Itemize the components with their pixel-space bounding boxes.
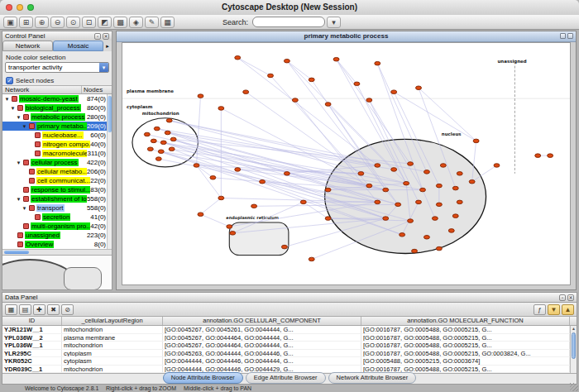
tree-row-mosaic-demo-yeast[interactable]: ▼mosaic-demo-yeast874(0) (2, 94, 107, 103)
graph-node[interactable] (144, 132, 150, 136)
graph-node[interactable] (383, 217, 389, 221)
column-header-annotation-go-molecular-function[interactable]: annotation.GO MOLECULAR_FUNCTION (361, 317, 570, 325)
tree-horizontal-scrollbar[interactable] (2, 249, 112, 255)
trash-icon[interactable]: ⊘ (61, 304, 74, 315)
zoom-selected-icon[interactable]: ⊙ (66, 17, 80, 28)
graph-node[interactable] (423, 170, 429, 174)
graph-node[interactable] (227, 225, 232, 229)
graph-node[interactable] (494, 164, 500, 168)
graph-node[interactable] (457, 172, 462, 176)
column-header-annotation-go-cellular-component[interactable]: annotation.GO CELLULAR_COMPONENT (163, 317, 361, 325)
delete-attribute-icon[interactable]: ✖ (47, 304, 60, 315)
tree-row-metabolic-process[interactable]: ▼metabolic process280(0) (2, 112, 107, 122)
tabs-overflow-icon[interactable]: ▸ (103, 41, 112, 51)
graph-node[interactable] (309, 78, 314, 82)
graph-node[interactable] (416, 86, 422, 90)
graph-node[interactable] (284, 172, 290, 176)
graph-node[interactable] (412, 249, 418, 253)
scroll-up-icon[interactable]: ▲ (571, 326, 577, 331)
graph-node[interactable] (436, 203, 442, 207)
graph-node[interactable] (160, 141, 166, 145)
zoom-out-icon[interactable]: ⊖ (50, 17, 65, 28)
zoom-in-icon[interactable]: ⊕ (35, 17, 49, 28)
tree-row-transport[interactable]: ▼transport558(0) (2, 203, 107, 213)
tree-row-cell-communicat[interactable]: cell communicat...22(0) (2, 176, 107, 185)
tree-row-nucleobase[interactable]: nucleobase...60(0) (2, 131, 107, 140)
graph-node[interactable] (469, 179, 475, 184)
tree-row-unassigned[interactable]: unassigned223(0) (2, 231, 107, 240)
attribute-select-icon[interactable]: ▦ (5, 304, 17, 315)
graph-node[interactable] (535, 154, 541, 158)
graph-node[interactable] (420, 188, 426, 192)
graph-node[interactable] (210, 176, 216, 180)
tab-network[interactable]: Network (2, 41, 53, 51)
graph-node[interactable] (436, 184, 442, 188)
graph-node[interactable] (166, 118, 172, 122)
graph-node[interactable] (408, 219, 414, 223)
search-input[interactable] (252, 17, 325, 27)
column-header-id[interactable]: ID (2, 317, 62, 325)
graph-node[interactable] (366, 184, 372, 188)
expand-icon[interactable]: ▼ (16, 115, 22, 120)
import-network-icon[interactable]: ⊞ (19, 17, 33, 28)
graph-node[interactable] (235, 168, 241, 172)
graph-node[interactable] (243, 90, 249, 94)
graph-node[interactable] (395, 203, 401, 207)
float-panel-icon[interactable]: ▫ (94, 33, 101, 40)
tree-row-multi-organism-pro[interactable]: multi-organism pro...42(0) (2, 222, 107, 231)
graph-node[interactable] (194, 164, 199, 168)
graph-node[interactable] (165, 131, 170, 135)
column-header-cellularlayoutregion[interactable]: _cellularLayoutRegion (62, 317, 163, 325)
select-nodes-checkbox[interactable]: ✓ (6, 77, 13, 84)
search-options-icon[interactable]: ▾ (327, 17, 341, 28)
tree-row-response-to-stimul[interactable]: response to stimul...83(0) (2, 185, 107, 194)
graph-node[interactable] (375, 164, 380, 168)
column-select-icon[interactable]: ▤ (19, 304, 31, 315)
scrollbar-thumb[interactable] (572, 332, 576, 359)
expand-icon[interactable]: ▼ (22, 124, 27, 129)
scrollbar-thumb[interactable] (4, 251, 29, 254)
tree-row-primary-metabo[interactable]: ▼primary metabo...209(0) (2, 122, 107, 131)
minimize-window-button[interactable] (17, 4, 23, 11)
graph-node[interactable] (218, 107, 224, 111)
graph-node[interactable] (268, 74, 274, 78)
layout-icon[interactable]: ▩ (113, 17, 127, 28)
tree-row-establishment-of-lo[interactable]: ▼establishment of lo...558(0) (2, 194, 107, 203)
expand-icon[interactable]: ▼ (4, 97, 10, 102)
nodes-column-header[interactable]: Nodes (82, 86, 112, 93)
table-vertical-scrollbar[interactable]: ▲ (570, 326, 577, 373)
tree-row-cellular-process[interactable]: ▼cellular process422(0) (2, 158, 107, 167)
plugin-manager-icon[interactable]: ◈ (129, 17, 143, 28)
graph-node[interactable] (366, 98, 372, 103)
graph-node[interactable] (230, 232, 236, 236)
table-row[interactable]: YKR052Ccytoplasm[GO:0044444, GO:0044446,… (2, 357, 577, 366)
graph-node[interactable] (457, 200, 462, 204)
graph-node[interactable] (358, 172, 364, 176)
tab-edge-attribute-browser[interactable]: Edge Attribute Browser (246, 372, 326, 384)
scrollbar-thumb[interactable] (108, 96, 112, 132)
graph-node[interactable] (260, 179, 266, 184)
network-view-titlebar[interactable]: primary metabolic process (117, 31, 576, 42)
table-row[interactable]: YPL036W__1mitochondrion[GO:0045267, GO:0… (2, 342, 577, 350)
birdseye-overview[interactable] (2, 255, 112, 289)
graph-node[interactable] (354, 82, 360, 86)
close-panel-icon[interactable]: ✕ (567, 294, 574, 301)
graph-node[interactable] (284, 59, 290, 63)
float-panel-icon[interactable]: ▫ (559, 294, 566, 301)
graph-node[interactable] (448, 229, 454, 233)
zoom-window-button[interactable] (27, 4, 34, 11)
tree-row-overview[interactable]: Overview8(0) (2, 240, 107, 249)
export-attributes-icon[interactable]: ▲ (562, 304, 574, 315)
network-overlay-icon[interactable]: ▦ (160, 17, 175, 28)
network-column-header[interactable]: Network (2, 86, 82, 93)
network-graph[interactable]: plasma membrane cytoplasm mitochondrion … (122, 43, 570, 284)
graph-node[interactable] (156, 157, 161, 161)
table-row[interactable]: YLR295Ccytoplasm[GO:0045263, GO:0044444,… (2, 350, 577, 358)
close-window-button[interactable] (6, 4, 12, 11)
graph-node[interactable] (154, 127, 160, 131)
graph-node[interactable] (198, 213, 203, 217)
graph-node[interactable] (325, 188, 331, 192)
graph-node[interactable] (391, 90, 397, 94)
graph-node[interactable] (198, 94, 203, 98)
graph-node[interactable] (292, 98, 298, 103)
